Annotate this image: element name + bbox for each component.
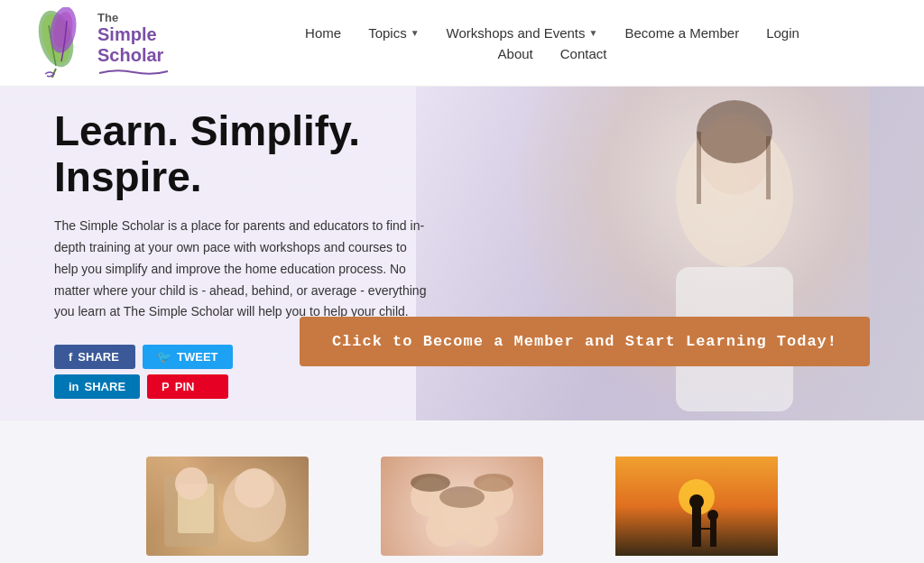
logo-underline-icon (97, 68, 170, 75)
nav-about[interactable]: About (498, 46, 533, 61)
facebook-share-label: SHARE (78, 350, 119, 364)
nav-become-member[interactable]: Become a Member (624, 25, 739, 41)
chevron-down-icon: ▼ (411, 28, 420, 38)
hero-image (509, 87, 870, 420)
svg-rect-25 (692, 506, 701, 547)
svg-point-20 (439, 486, 485, 508)
linkedin-share-button[interactable]: in SHARE (54, 374, 140, 399)
nav-contact[interactable]: Contact (560, 46, 607, 61)
bottom-cards-section: LEARN Learn the child-to-parent relation… (0, 420, 924, 563)
nav-home[interactable]: Home (305, 25, 341, 41)
svg-point-14 (175, 467, 208, 500)
svg-point-22 (474, 474, 513, 492)
linkedin-icon: in (69, 380, 79, 393)
twitter-share-button[interactable]: 🐦 TWEET (143, 345, 233, 369)
learn-card-image (146, 457, 309, 556)
simplify-card: SIMPLIFY Simplify the processes without … (372, 457, 552, 563)
nav-topics[interactable]: Topics ▼ (368, 25, 419, 41)
learn-card: LEARN Learn the child-to-parent relation… (137, 457, 318, 563)
nav-row-1: Home Topics ▼ Workshops and Events ▼ Bec… (305, 25, 799, 41)
inspire-card: INSPIRE Inspire your children to love le… (606, 457, 787, 563)
svg-point-21 (411, 474, 450, 492)
logo-the: The (97, 11, 170, 24)
pinterest-pin-label: PIN (175, 380, 195, 393)
twitter-icon: 🐦 (157, 350, 171, 364)
inspire-card-image (615, 457, 778, 556)
main-nav: Home Topics ▼ Workshops and Events ▼ Bec… (208, 25, 897, 61)
logo-simple: Simple (97, 24, 170, 45)
hero-content: Learn. Simplify. Inspire. The Simple Sch… (0, 87, 523, 420)
svg-point-28 (707, 510, 718, 521)
svg-rect-9 (766, 136, 771, 199)
hero-description: The Simple Scholar is a place for parent… (54, 216, 433, 323)
linkedin-share-label: SHARE (85, 380, 126, 393)
pinterest-icon: P (162, 380, 170, 393)
svg-point-13 (235, 468, 274, 508)
pinterest-pin-button[interactable]: P PIN (147, 374, 228, 399)
nav-workshops[interactable]: Workshops and Events ▼ (447, 25, 598, 41)
simplify-card-image (381, 457, 543, 556)
cta-area: Click to Become a Member and Start Learn… (300, 317, 870, 366)
svg-rect-8 (697, 132, 701, 204)
twitter-tweet-label: TWEET (177, 350, 218, 364)
nav-login[interactable]: Login (766, 25, 799, 41)
nav-row-2: About Contact (498, 46, 607, 61)
chevron-down-icon: ▼ (589, 28, 598, 38)
become-member-cta-button[interactable]: Click to Become a Member and Start Learn… (300, 317, 870, 366)
hero-headline: Learn. Simplify. Inspire. (54, 108, 469, 199)
logo-scholar: Scholar (97, 45, 170, 66)
logo-icon (27, 7, 90, 79)
site-header: The Simple Scholar Home Topics ▼ Worksho… (0, 0, 924, 87)
svg-point-18 (426, 511, 462, 547)
svg-rect-27 (710, 520, 716, 547)
facebook-icon: f (69, 350, 72, 364)
facebook-share-button[interactable]: f SHARE (54, 345, 135, 369)
social-row-2: in SHARE P PIN (54, 374, 469, 399)
hero-section: Learn. Simplify. Inspire. The Simple Sch… (0, 87, 924, 420)
logo[interactable]: The Simple Scholar (27, 7, 208, 79)
svg-point-19 (462, 511, 498, 547)
svg-point-26 (689, 494, 704, 509)
svg-point-7 (697, 100, 772, 163)
logo-text: The Simple Scholar (97, 11, 170, 75)
